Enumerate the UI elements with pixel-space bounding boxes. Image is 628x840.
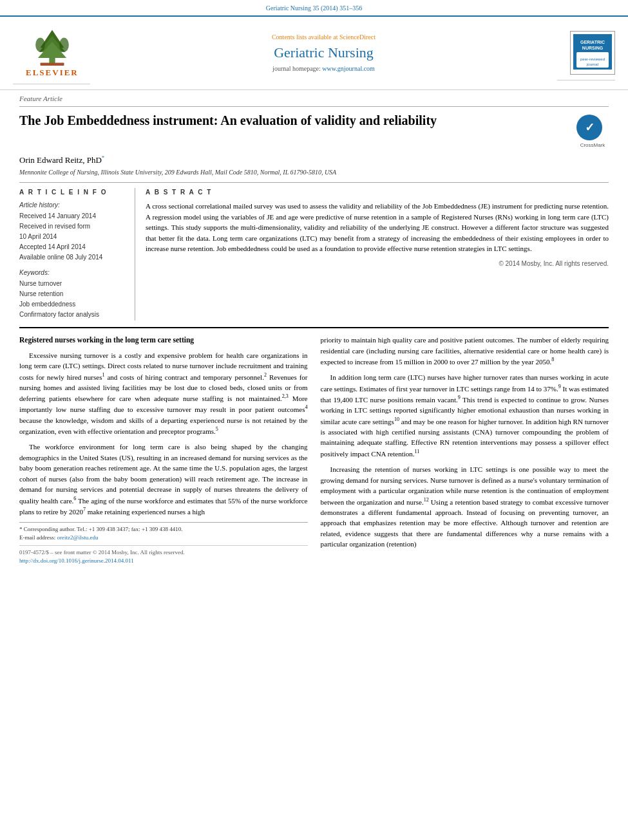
footnote-asterisk: * Corresponding author. Tel.: +1 309 438…: [19, 525, 308, 534]
article-title-section: The Job Embeddedness instrument: An eval…: [19, 112, 609, 149]
journal-logo-box: GERIATRIC NURSING peer-reviewed journal: [557, 26, 615, 81]
keyword-2: Nurse retention: [19, 290, 128, 299]
abstract-column: A B S T R A C T A cross sectional correl…: [146, 188, 609, 321]
svg-point-5: [35, 38, 45, 52]
body-para-1: Excessive nursing turnover is a costly a…: [19, 350, 308, 437]
main-body: Registered nurses working in the long te…: [19, 327, 609, 566]
journal-reference: Geriatric Nursing 35 (2014) 351–356: [0, 0, 628, 17]
history-label: Article history:: [19, 201, 128, 210]
journal-ref-text: Geriatric Nursing 35 (2014) 351–356: [266, 5, 362, 12]
elsevier-label: ELSEVIER: [26, 67, 79, 79]
body-para-5: Increasing the retention of nurses worki…: [321, 464, 609, 550]
abstract-text: A cross sectional correlational mailed s…: [146, 201, 609, 254]
journal-logo-image: GERIATRIC NURSING peer-reviewed journal: [573, 34, 612, 70]
header-banner: ELSEVIER Contents lists available at Sci…: [0, 17, 628, 90]
author-affiliation: Mennonite College of Nursing, Illinois S…: [19, 168, 609, 177]
svg-text:✓: ✓: [585, 121, 595, 134]
history-item-2: Received in revised form: [19, 222, 128, 231]
journal-title: Geriatric Nursing: [90, 43, 557, 63]
copyright-text: © 2014 Mosby, Inc. All rights reserved.: [146, 259, 609, 268]
homepage-url[interactable]: www.gnjournal.com: [322, 65, 375, 72]
footnote-area: * Corresponding author. Tel.: +1 309 438…: [19, 522, 308, 543]
body-column-left: Registered nurses working in the long te…: [19, 335, 308, 566]
author-name-text: Orin Edward Reitz, PhD: [19, 155, 102, 165]
page: Geriatric Nursing 35 (2014) 351–356 E: [0, 0, 628, 840]
footnote-email: E-mail address: oreitz2@ilstu.edu: [19, 534, 308, 543]
article-type-label: Feature Article: [19, 90, 609, 106]
svg-rect-4: [40, 62, 64, 66]
elsevier-tree-icon: [26, 27, 78, 66]
article-info-column: A R T I C L E I N F O Article history: R…: [19, 188, 135, 321]
abstract-label: A B S T R A C T: [146, 188, 609, 197]
keyword-3: Job embeddedness: [19, 300, 128, 309]
keywords-section: Keywords: Nurse turnover Nurse retention…: [19, 268, 128, 319]
article-info-abstract: A R T I C L E I N F O Article history: R…: [19, 182, 609, 321]
svg-text:NURSING: NURSING: [582, 46, 604, 50]
elsevier-logo: ELSEVIER: [13, 22, 90, 84]
issn-text: 0197-4572/$ – see front matter © 2014 Mo…: [19, 548, 308, 557]
sd-link-text[interactable]: ScienceDirect: [339, 33, 376, 41]
journal-homepage: journal homepage: www.gnjournal.com: [90, 64, 557, 73]
homepage-prefix: journal homepage:: [272, 65, 322, 72]
author-name: Orin Edward Reitz, PhD*: [19, 154, 609, 167]
svg-point-6: [59, 38, 69, 52]
crossmark-icon[interactable]: ✓ CrossMark: [576, 115, 609, 149]
history-item-1: Received 14 January 2014: [19, 212, 128, 221]
body-para-4: In addition long term care (LTC) nurses …: [321, 372, 609, 459]
keyword-1: Nurse turnover: [19, 279, 128, 288]
svg-text:journal: journal: [586, 62, 598, 66]
svg-text:GERIATRIC: GERIATRIC: [580, 40, 605, 44]
history-item-3: 10 April 2014: [19, 232, 128, 241]
article-title: The Job Embeddedness instrument: An eval…: [19, 112, 576, 129]
bottom-refs: 0197-4572/$ – see front matter © 2014 Mo…: [19, 545, 308, 566]
author-sup: *: [102, 154, 105, 161]
crossmark-label: CrossMark: [576, 142, 609, 149]
doi-link[interactable]: http://dx.doi.org/10.1016/j.gerinurse.20…: [19, 557, 308, 566]
history-item-5: Available online 08 July 2014: [19, 253, 128, 262]
sciencedirect-link: Contents lists available at ScienceDirec…: [90, 33, 557, 42]
sd-prefix: Contents lists available at: [272, 33, 339, 41]
crossmark-symbol[interactable]: ✓: [576, 115, 602, 140]
keyword-4: Confirmatory factor analysis: [19, 310, 128, 319]
section-heading: Registered nurses working in the long te…: [19, 335, 308, 346]
article-info-label: A R T I C L E I N F O: [19, 188, 128, 197]
journal-info: Contents lists available at ScienceDirec…: [90, 33, 557, 73]
email-label: E-mail address:: [19, 534, 57, 541]
body-column-right: priority to maintain high quality care a…: [321, 335, 609, 566]
history-item-4: Accepted 14 April 2014: [19, 243, 128, 252]
email-value[interactable]: oreitz2@ilstu.edu: [57, 534, 98, 541]
body-para-3: priority to maintain high quality care a…: [321, 335, 609, 367]
svg-text:peer-reviewed: peer-reviewed: [580, 57, 605, 61]
keywords-label: Keywords:: [19, 268, 128, 277]
article-body: Feature Article The Job Embeddedness ins…: [0, 90, 628, 566]
body-para-2: The workforce environment for long term …: [19, 442, 308, 517]
